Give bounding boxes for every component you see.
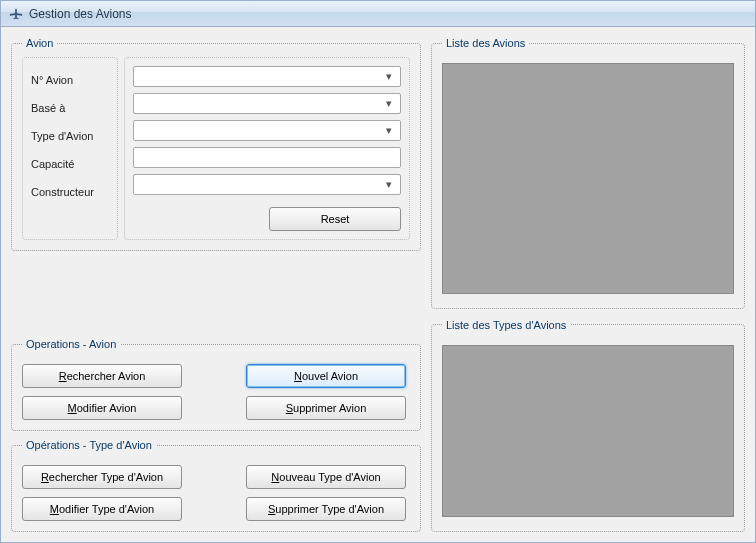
nouveau-type-button[interactable]: Nouveau Type d'Avion	[246, 465, 406, 489]
label-type: Type d'Avion	[31, 126, 109, 146]
content: Avion N° Avion Basé à Type d'Avion Capac…	[1, 27, 755, 542]
app-window: Gestion des Avions Avion N° Avion Basé à…	[0, 0, 756, 543]
modifier-avion-button[interactable]: Modifier Avion	[22, 396, 182, 420]
ops-avion-legend: Operations - Avion	[22, 338, 120, 350]
rechercher-type-button[interactable]: Rechercher Type d'Avion	[22, 465, 182, 489]
avion-labels: N° Avion Basé à Type d'Avion Capacité Co…	[22, 57, 118, 240]
avion-inputs: ▾ ▾ ▾ ▾ Reset	[124, 57, 410, 240]
left-column: Avion N° Avion Basé à Type d'Avion Capac…	[11, 37, 421, 532]
avion-group: Avion N° Avion Basé à Type d'Avion Capac…	[11, 37, 421, 251]
constructeur-combo[interactable]: ▾	[133, 174, 401, 195]
ops-type-group: Opérations - Type d'Avion Rechercher Typ…	[11, 439, 421, 532]
liste-types-area[interactable]	[442, 345, 734, 517]
rechercher-avion-button[interactable]: Rechercher Avion	[22, 364, 182, 388]
window-title: Gestion des Avions	[29, 7, 132, 21]
supprimer-avion-button[interactable]: Supprimer Avion	[246, 396, 406, 420]
chevron-down-icon: ▾	[382, 97, 396, 110]
liste-avions-group: Liste des Avions	[431, 37, 745, 309]
chevron-down-icon: ▾	[382, 124, 396, 137]
spacer	[11, 259, 421, 330]
ops-avion-group: Operations - Avion Rechercher Avion Nouv…	[11, 338, 421, 431]
modifier-type-button[interactable]: Modifier Type d'Avion	[22, 497, 182, 521]
type-combo[interactable]: ▾	[133, 120, 401, 141]
chevron-down-icon: ▾	[382, 178, 396, 191]
liste-types-legend: Liste des Types d'Avions	[442, 319, 570, 331]
label-num-avion: N° Avion	[31, 70, 109, 90]
label-capacite: Capacité	[31, 154, 109, 174]
avion-form: N° Avion Basé à Type d'Avion Capacité Co…	[22, 57, 410, 240]
airplane-icon	[9, 7, 23, 21]
reset-row: Reset	[133, 207, 401, 231]
liste-types-group: Liste des Types d'Avions	[431, 319, 745, 532]
num-avion-combo[interactable]: ▾	[133, 66, 401, 87]
right-column: Liste des Avions Liste des Types d'Avion…	[431, 37, 745, 532]
titlebar: Gestion des Avions	[1, 1, 755, 27]
label-base: Basé à	[31, 98, 109, 118]
liste-avions-legend: Liste des Avions	[442, 37, 529, 49]
liste-avions-area[interactable]	[442, 63, 734, 294]
base-combo[interactable]: ▾	[133, 93, 401, 114]
capacite-field[interactable]	[133, 147, 401, 168]
label-constructeur: Constructeur	[31, 182, 109, 202]
chevron-down-icon: ▾	[382, 70, 396, 83]
avion-legend: Avion	[22, 37, 57, 49]
supprimer-type-button[interactable]: Supprimer Type d'Avion	[246, 497, 406, 521]
reset-button[interactable]: Reset	[269, 207, 401, 231]
ops-type-legend: Opérations - Type d'Avion	[22, 439, 156, 451]
nouvel-avion-button[interactable]: Nouvel Avion	[246, 364, 406, 388]
